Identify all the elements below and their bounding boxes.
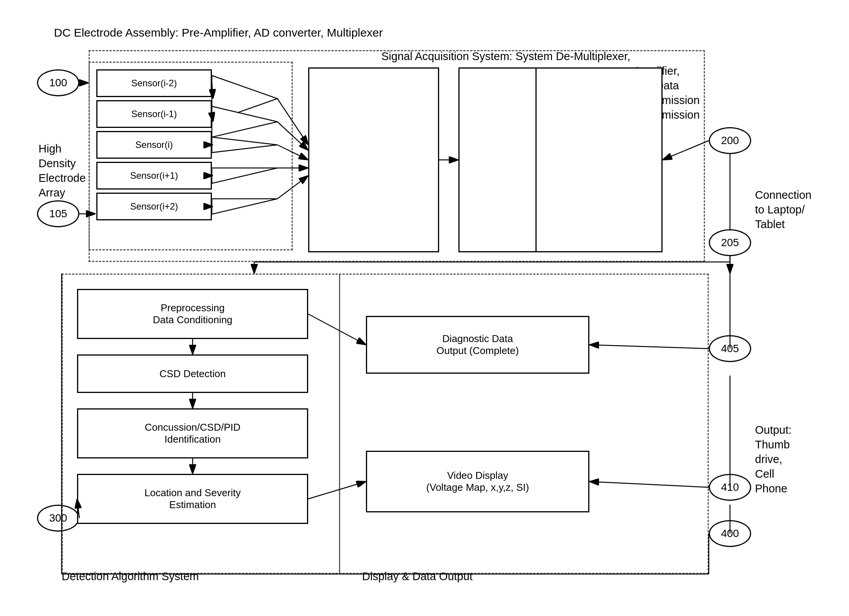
high-label: High xyxy=(39,143,62,155)
thumb-label: Thumb xyxy=(755,438,790,451)
output-label: Output: xyxy=(755,424,792,436)
video-display-box: Video Display(Voltage Map, x,y,z, SI) xyxy=(366,451,589,512)
location-box: Location and SeverityEstimation xyxy=(77,474,308,524)
cell-label: Cell xyxy=(755,468,774,480)
csd-detection-box: CSD Detection xyxy=(77,354,308,393)
oval-405: 405 xyxy=(709,335,751,362)
oval-100: 100 xyxy=(37,69,79,96)
oval-400: 400 xyxy=(709,520,751,547)
concussion-box: Concussion/CSD/PIDIdentification xyxy=(77,408,308,458)
electrode-label: Electrode xyxy=(39,172,86,185)
preprocessing-box: PreprocessingData Conditioning xyxy=(77,289,308,339)
diagram-container: DC Electrode Assembly: Pre-Amplifier, AD… xyxy=(0,0,849,616)
oval-205: 205 xyxy=(709,229,751,256)
connection-label: Connection xyxy=(755,189,812,201)
tablet-label: Tablet xyxy=(755,218,785,231)
mux-box xyxy=(308,67,439,252)
demux-box xyxy=(458,67,663,252)
phone-label: Phone xyxy=(755,482,787,495)
drive-label: drive, xyxy=(755,453,782,466)
density-label: Density xyxy=(39,157,76,170)
diagnostic-output-box: Diagnostic DataOutput (Complete) xyxy=(366,316,589,374)
main-title: DC Electrode Assembly: Pre-Amplifier, AD… xyxy=(54,26,383,39)
to-laptop-label: to Laptop/ xyxy=(755,203,805,216)
oval-200: 200 xyxy=(709,127,751,154)
array-label: Array xyxy=(39,186,65,199)
oval-410: 410 xyxy=(709,474,751,501)
oval-105: 105 xyxy=(37,200,79,227)
